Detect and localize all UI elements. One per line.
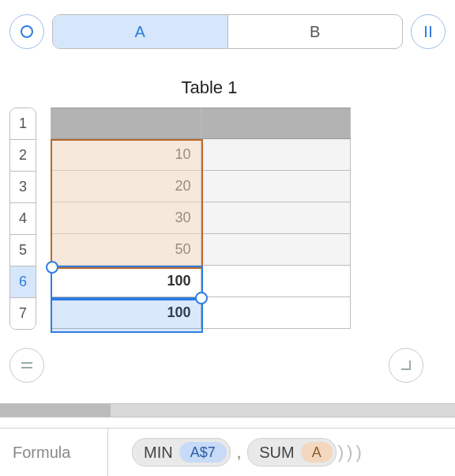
cell-ref-chip[interactable]: A$7	[179, 442, 227, 463]
formula-fn-min[interactable]: MIN A$7	[132, 438, 231, 467]
cell-b7[interactable]	[201, 297, 352, 329]
cell-a6[interactable]: 100	[51, 266, 201, 297]
cell-b6[interactable]	[201, 266, 352, 297]
fn-name-min: MIN	[144, 444, 179, 462]
selection-handle-top-left[interactable]	[46, 261, 58, 274]
column-header-a[interactable]: A	[53, 15, 228, 48]
fn-name-sum: SUM	[259, 444, 300, 462]
cell-b1[interactable]	[201, 108, 352, 139]
add-row-button[interactable]	[9, 348, 44, 383]
table-title[interactable]: Table 1	[51, 77, 368, 98]
selection-handle-bottom-right[interactable]	[195, 292, 208, 304]
cell-b5[interactable]	[201, 234, 352, 266]
table-row: 50	[51, 234, 351, 266]
cell-a1[interactable]	[51, 108, 201, 139]
column-headers: A B	[52, 14, 403, 49]
resize-corner-button[interactable]	[389, 348, 423, 383]
horizontal-scrollbar[interactable]	[0, 403, 455, 417]
equals-icon	[20, 358, 34, 372]
row-header-3[interactable]: 3	[10, 172, 36, 203]
formula-comma: ,	[231, 444, 248, 462]
cell-a5[interactable]: 50	[51, 234, 201, 266]
table-row: 20	[51, 171, 351, 202]
row-header-5[interactable]: 5	[10, 235, 36, 266]
close-paren-icon: )	[354, 442, 363, 463]
table-row	[51, 108, 351, 139]
formula-content[interactable]: MIN A$7 , SUM A ) ) )	[108, 438, 455, 467]
cell-b2[interactable]	[201, 139, 352, 171]
formula-fn-sum[interactable]: SUM A	[247, 438, 336, 467]
formula-label: Formula	[0, 429, 108, 476]
cell-a2[interactable]: 10	[51, 139, 201, 171]
row-headers: 1 2 3 4 5 6 7	[9, 108, 36, 330]
cell-b3[interactable]	[201, 171, 352, 202]
row-header-7[interactable]: 7	[10, 298, 36, 329]
table-row: 10	[51, 139, 351, 171]
cell-b4[interactable]	[201, 202, 352, 234]
cell-ref-chip[interactable]: A	[301, 442, 333, 463]
table-row: 30	[51, 202, 351, 234]
circle-icon	[20, 25, 34, 39]
formula-bar: Formula MIN A$7 , SUM A ) ) )	[0, 428, 455, 476]
pause-icon	[421, 25, 435, 39]
select-all-circle-button[interactable]	[9, 14, 44, 49]
enter-icon	[399, 358, 413, 372]
cell-a4[interactable]: 30	[51, 202, 201, 234]
row-header-4[interactable]: 4	[10, 203, 36, 235]
cell-a3[interactable]: 20	[51, 171, 201, 202]
row-header-1[interactable]: 1	[10, 108, 36, 140]
svg-point-0	[21, 26, 32, 37]
add-column-button[interactable]	[411, 14, 446, 49]
row-header-2[interactable]: 2	[10, 140, 36, 172]
close-paren-icon: )	[337, 442, 345, 463]
cell-a7[interactable]: 100	[51, 297, 201, 329]
row-header-6[interactable]: 6	[10, 266, 36, 298]
close-paren-icon: )	[345, 442, 354, 463]
column-header-b[interactable]: B	[228, 15, 403, 48]
